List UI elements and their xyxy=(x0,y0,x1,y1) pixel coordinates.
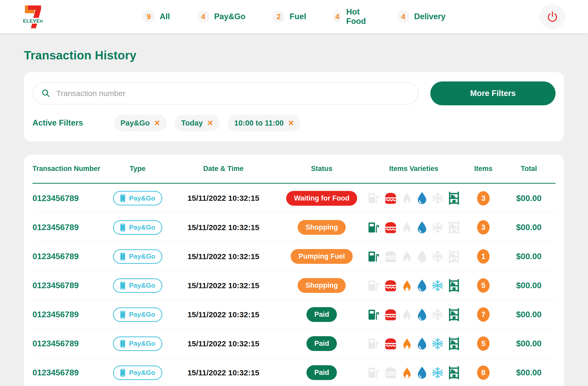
type-label: Pay&Go xyxy=(129,369,155,377)
flame-icon xyxy=(402,251,412,263)
chip-remove-icon[interactable]: × xyxy=(288,118,294,128)
flame-icon xyxy=(402,280,412,292)
snowflake-icon xyxy=(432,367,444,379)
phone-icon xyxy=(120,311,125,319)
items-varieties xyxy=(363,250,465,264)
col-header-status: Status xyxy=(280,165,363,173)
snowflake-icon xyxy=(432,222,444,233)
snowflake-icon xyxy=(432,338,444,350)
phone-icon xyxy=(120,369,125,377)
date-time: 15/11/2022 10:32:15 xyxy=(188,368,259,377)
table-row[interactable]: 0123456789 Pay&Go 15/11/2022 10:32:15 Pa… xyxy=(32,329,556,358)
fuel-pump-icon xyxy=(368,251,380,263)
active-filter-chip[interactable]: 10:00 to 11:00 × xyxy=(228,115,300,131)
table-row[interactable]: 0123456789 Pay&Go 15/11/2022 10:32:15 Pu… xyxy=(32,242,556,271)
phone-icon xyxy=(120,252,125,261)
droplet-icon xyxy=(417,192,427,205)
type-badge: Pay&Go xyxy=(113,336,162,351)
items-count-badge: 3 xyxy=(477,191,490,205)
nav-tab[interactable]: 4 Pay&Go xyxy=(197,10,245,23)
items-count-badge: 8 xyxy=(477,366,490,380)
type-label: Pay&Go xyxy=(129,252,155,260)
active-filters-label: Active Filters xyxy=(32,118,83,128)
search-icon xyxy=(41,89,51,98)
search-input[interactable] xyxy=(56,89,410,98)
phone-icon xyxy=(120,223,125,232)
burger-icon xyxy=(384,251,397,263)
total-amount: $00.00 xyxy=(516,252,542,261)
chip-remove-icon[interactable]: × xyxy=(155,118,160,128)
snowflake-icon xyxy=(432,192,444,204)
phone-icon xyxy=(120,281,125,290)
active-filter-chip[interactable]: Today × xyxy=(175,115,220,131)
col-header-date-time: Date & Time xyxy=(166,165,280,173)
chip-label: Today xyxy=(181,119,203,127)
tab-count-badge: 4 xyxy=(397,10,410,23)
date-time: 15/11/2022 10:32:15 xyxy=(188,194,259,203)
tab-label: All xyxy=(160,12,170,21)
transaction-history-screen: ELEVEn 9 All 4 Pay&Go 2 Fuel 4 Hot Food … xyxy=(0,0,588,386)
burger-icon xyxy=(384,367,397,379)
items-varieties xyxy=(363,308,465,322)
items-count-badge: 5 xyxy=(477,278,490,293)
chip-label: 10:00 to 11:00 xyxy=(234,119,284,127)
date-time: 15/11/2022 10:32:15 xyxy=(188,281,259,290)
snowflake-icon xyxy=(432,309,444,321)
items-varieties xyxy=(363,220,465,235)
transactions-table: Transaction Number Type Date & Time Stat… xyxy=(24,155,564,386)
fuel-pump-icon xyxy=(368,309,380,321)
transaction-number: 0123456789 xyxy=(32,281,79,290)
table-row[interactable]: 0123456789 Pay&Go 15/11/2022 10:32:15 Sh… xyxy=(32,271,556,300)
power-button[interactable] xyxy=(540,4,565,29)
fuel-pump-icon xyxy=(368,338,380,350)
type-label: Pay&Go xyxy=(129,311,155,319)
shelf-icon xyxy=(448,191,460,205)
total-amount: $00.00 xyxy=(516,281,542,290)
flame-icon xyxy=(402,367,412,379)
items-varieties xyxy=(363,337,465,351)
tab-count-badge: 4 xyxy=(333,10,342,23)
transaction-number: 0123456789 xyxy=(32,368,79,377)
nav-tab[interactable]: 4 Hot Food xyxy=(333,7,370,26)
burger-icon xyxy=(384,309,397,321)
nav-tab[interactable]: 9 All xyxy=(143,10,170,23)
total-amount: $00.00 xyxy=(516,223,542,232)
date-time: 15/11/2022 10:32:15 xyxy=(188,252,259,261)
type-label: Pay&Go xyxy=(129,281,155,290)
total-amount: $00.00 xyxy=(516,339,542,348)
shelf-icon xyxy=(448,366,460,380)
type-badge: Pay&Go xyxy=(113,278,162,293)
table-row[interactable]: 0123456789 Pay&Go 15/11/2022 10:32:15 Sh… xyxy=(32,213,556,242)
tab-label: Hot Food xyxy=(346,7,370,26)
more-filters-button[interactable]: More Filters xyxy=(430,81,556,105)
chip-label: Pay&Go xyxy=(121,119,150,127)
active-filters-row: Active Filters Pay&Go × Today × 10:00 to… xyxy=(32,115,556,131)
search-box[interactable] xyxy=(32,82,418,105)
status-badge: Shopping xyxy=(298,278,345,293)
nav-tab[interactable]: 2 Fuel xyxy=(272,10,306,23)
flame-icon xyxy=(402,338,412,350)
top-nav: ELEVEn 9 All 4 Pay&Go 2 Fuel 4 Hot Food … xyxy=(0,0,588,33)
transaction-number: 0123456789 xyxy=(32,252,79,261)
burger-icon xyxy=(384,280,397,292)
svg-text:ELEVEn: ELEVEn xyxy=(23,18,43,24)
table-row[interactable]: 0123456789 Pay&Go 15/11/2022 10:32:15 Pa… xyxy=(32,300,556,329)
droplet-icon xyxy=(417,279,427,292)
table-row[interactable]: 0123456789 Pay&Go 15/11/2022 10:32:15 Pa… xyxy=(32,358,556,386)
type-label: Pay&Go xyxy=(129,340,155,348)
type-badge: Pay&Go xyxy=(113,249,162,264)
nav-tab[interactable]: 4 Delivery xyxy=(397,10,446,23)
nav-tab-bar: 9 All 4 Pay&Go 2 Fuel 4 Hot Food 4 Deliv… xyxy=(143,0,445,33)
date-time: 15/11/2022 10:32:15 xyxy=(188,223,259,232)
active-filter-chip[interactable]: Pay&Go × xyxy=(114,115,167,131)
shelf-icon xyxy=(448,250,460,264)
col-header-items-varieties: Items Varieties xyxy=(363,165,465,173)
shelf-icon xyxy=(448,308,460,322)
total-amount: $00.00 xyxy=(516,310,542,319)
tab-count-badge: 2 xyxy=(272,10,285,23)
table-row[interactable]: 0123456789 Pay&Go 15/11/2022 10:32:15 Wa… xyxy=(32,184,556,213)
table-header-row: Transaction Number Type Date & Time Stat… xyxy=(32,155,556,184)
chip-remove-icon[interactable]: × xyxy=(208,118,213,128)
transaction-number: 0123456789 xyxy=(32,310,79,319)
flame-icon xyxy=(402,192,412,204)
